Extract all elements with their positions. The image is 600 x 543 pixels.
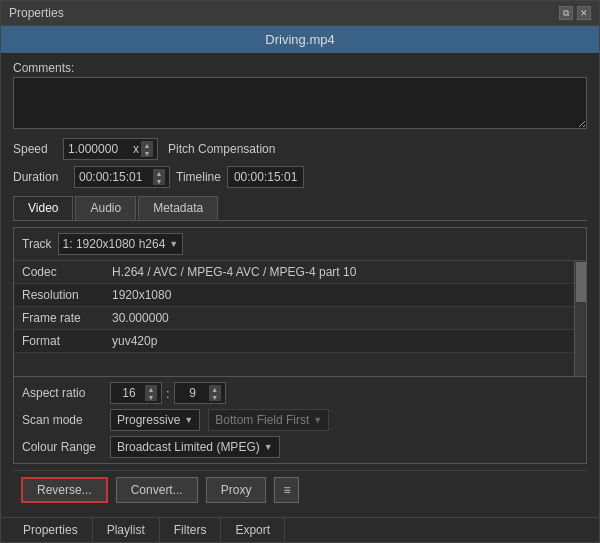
info-table-wrapper: Codec H.264 / AVC / MPEG-4 AVC / MPEG-4 … [14,261,586,376]
video-panel: Track 1: 1920x1080 h264 ▼ Codec H.264 / … [13,227,587,464]
info-table: Codec H.264 / AVC / MPEG-4 AVC / MPEG-4 … [14,261,586,376]
tabs-bar: Video Audio Metadata [13,196,587,221]
scan-mode-label: Scan mode [22,413,102,427]
aspect-width-arrows: ▲ ▼ [145,385,157,401]
aspect-colon: : [166,386,170,401]
bottom-buttons: Reverse... Convert... Proxy ≡ [13,470,587,509]
aspect-ratio-row: Aspect ratio ▲ ▼ : [22,382,578,404]
title-bar: Properties ⧉ ✕ [1,1,599,26]
duration-label: Duration [13,170,68,184]
scan-mode-arrow-icon: ▼ [184,415,193,425]
resolution-value: 1920x1080 [112,288,171,302]
main-content: Comments: Speed x ▲ ▼ Pitch Compensation… [1,53,599,517]
file-title: Driving.mp4 [265,32,334,47]
speed-input[interactable] [68,142,133,156]
table-row: Resolution 1920x1080 [14,284,586,307]
speed-up-arrow[interactable]: ▲ [141,141,153,149]
duration-spinbox[interactable]: ▲ ▼ [74,166,170,188]
resolution-key: Resolution [22,288,112,302]
bottom-tab-export[interactable]: Export [221,518,285,542]
close-button[interactable]: ✕ [577,6,591,20]
format-value: yuv420p [112,334,157,348]
duration-row: Duration ▲ ▼ Timeline 00:00:15:01 [13,166,587,188]
field-order-value: Bottom Field First [215,413,309,427]
duration-arrows: ▲ ▼ [153,169,165,185]
track-value: 1: 1920x1080 h264 [63,237,166,251]
aspect-height-input[interactable] [179,386,207,400]
properties-section: Aspect ratio ▲ ▼ : [14,376,586,463]
aspect-width-input[interactable] [115,386,143,400]
pitch-label: Pitch Compensation [168,142,275,156]
speed-arrows: ▲ ▼ [141,141,153,157]
framerate-key: Frame rate [22,311,112,325]
codec-key: Codec [22,265,112,279]
timeline-value: 00:00:15:01 [227,166,304,188]
table-row: Format yuv420p [14,330,586,353]
track-select[interactable]: 1: 1920x1080 h264 ▼ [58,233,184,255]
tab-metadata[interactable]: Metadata [138,196,218,220]
speed-row: Speed x ▲ ▼ Pitch Compensation [13,138,587,160]
comments-section: Comments: [13,61,587,132]
aspect-height-arrows: ▲ ▼ [209,385,221,401]
colour-range-select[interactable]: Broadcast Limited (MPEG) ▼ [110,436,280,458]
speed-spinbox[interactable]: x ▲ ▼ [63,138,158,160]
table-scrollbar[interactable] [574,261,586,376]
properties-window: Properties ⧉ ✕ Driving.mp4 Comments: Spe… [0,0,600,543]
table-row: Frame rate 30.000000 [14,307,586,330]
aspect-width-down[interactable]: ▼ [145,393,157,401]
restore-button[interactable]: ⧉ [559,6,573,20]
duration-input[interactable] [79,170,151,184]
track-arrow-icon: ▼ [169,239,178,249]
codec-value: H.264 / AVC / MPEG-4 AVC / MPEG-4 part 1… [112,265,356,279]
field-order-arrow-icon: ▼ [313,415,322,425]
speed-down-arrow[interactable]: ▼ [141,149,153,157]
bottom-tab-filters[interactable]: Filters [160,518,222,542]
colour-range-row: Colour Range Broadcast Limited (MPEG) ▼ [22,436,578,458]
bottom-tab-properties[interactable]: Properties [9,518,93,542]
scrollbar-thumb[interactable] [576,262,586,302]
proxy-button[interactable]: Proxy [206,477,267,503]
duration-up-arrow[interactable]: ▲ [153,169,165,177]
bottom-tab-playlist[interactable]: Playlist [93,518,160,542]
field-order-select[interactable]: Bottom Field First ▼ [208,409,329,431]
tab-audio[interactable]: Audio [75,196,136,220]
window-title: Properties [9,6,64,20]
table-row: Codec H.264 / AVC / MPEG-4 AVC / MPEG-4 … [14,261,586,284]
aspect-width-spinbox[interactable]: ▲ ▼ [110,382,162,404]
aspect-inputs: ▲ ▼ : ▲ ▼ [110,382,226,404]
comments-label: Comments: [13,61,587,75]
tab-video[interactable]: Video [13,196,73,220]
aspect-width-up[interactable]: ▲ [145,385,157,393]
aspect-height-spinbox[interactable]: ▲ ▼ [174,382,226,404]
colour-range-label: Colour Range [22,440,102,454]
colour-range-arrow-icon: ▼ [264,442,273,452]
format-key: Format [22,334,112,348]
scan-mode-select[interactable]: Progressive ▼ [110,409,200,431]
framerate-value: 30.000000 [112,311,169,325]
file-header: Driving.mp4 [1,26,599,53]
track-row: Track 1: 1920x1080 h264 ▼ [14,228,586,261]
aspect-height-down[interactable]: ▼ [209,393,221,401]
duration-down-arrow[interactable]: ▼ [153,177,165,185]
window-controls: ⧉ ✕ [559,6,591,20]
timeline-label: Timeline [176,170,221,184]
reverse-button[interactable]: Reverse... [21,477,108,503]
bottom-tabs: Properties Playlist Filters Export [1,517,599,542]
convert-button[interactable]: Convert... [116,477,198,503]
speed-unit: x [133,142,139,156]
aspect-height-up[interactable]: ▲ [209,385,221,393]
track-label: Track [22,237,52,251]
scan-mode-value: Progressive [117,413,180,427]
aspect-ratio-label: Aspect ratio [22,386,102,400]
scan-mode-row: Scan mode Progressive ▼ Bottom Field Fir… [22,409,578,431]
menu-button[interactable]: ≡ [274,477,299,503]
speed-label: Speed [13,142,53,156]
colour-range-value: Broadcast Limited (MPEG) [117,440,260,454]
comments-input[interactable] [13,77,587,129]
